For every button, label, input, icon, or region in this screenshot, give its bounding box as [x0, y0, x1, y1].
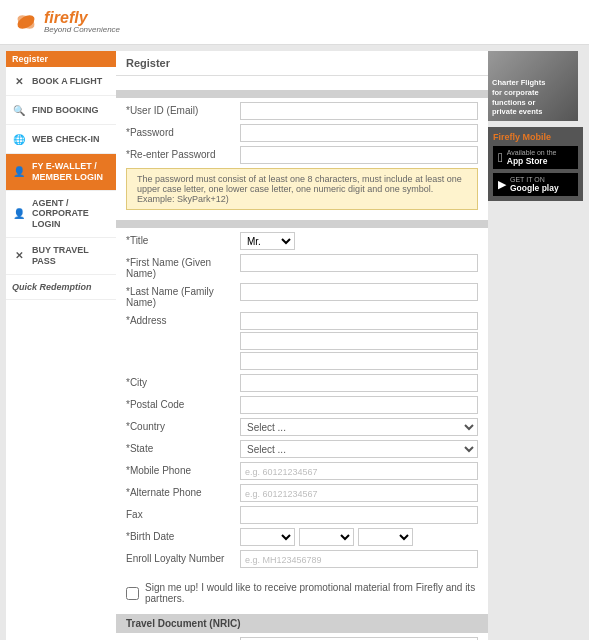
- alt-phone-row: *Alternate Phone: [126, 484, 478, 502]
- postal-code-row: *Postal Code: [126, 396, 478, 414]
- sidebar-item-web-checkin[interactable]: 🌐 WEB CHECK-IN: [6, 125, 116, 154]
- city-input[interactable]: [240, 374, 478, 392]
- title-label: *Title: [126, 232, 236, 246]
- search-icon: 🔍: [12, 103, 26, 117]
- password-hint: The password must consist of at least on…: [126, 168, 478, 210]
- address-line3-input[interactable]: [240, 352, 478, 370]
- address-block: [240, 312, 478, 370]
- fax-input[interactable]: [240, 506, 478, 524]
- apple-icon: : [498, 150, 503, 165]
- google-top-text: GET IT ON: [510, 176, 559, 183]
- alt-phone-label: *Alternate Phone: [126, 484, 236, 498]
- last-name-label: *Last Name (Family Name): [126, 283, 236, 308]
- state-select[interactable]: Select ...: [240, 440, 478, 458]
- dob-year-select[interactable]: [358, 528, 413, 546]
- title-row: *Title Mr. Mrs. Ms. Dr.: [126, 232, 478, 250]
- fax-row: Fax: [126, 506, 478, 524]
- dob-row: *Birth Date: [126, 528, 478, 546]
- mobile-title: Firefly Mobile: [493, 132, 578, 142]
- promo-checkbox[interactable]: [126, 587, 139, 600]
- logo-beyond-text: Beyond Convenience: [44, 26, 120, 34]
- login-section-header: [116, 90, 488, 98]
- user-id-input[interactable]: [240, 102, 478, 120]
- address-row: *Address: [126, 312, 478, 370]
- promo-label: Sign me up! I would like to receive prom…: [145, 582, 478, 604]
- wallet-icon: 👤: [12, 165, 26, 179]
- state-row: *State Select ...: [126, 440, 478, 458]
- mobile-section: Firefly Mobile  Available on the App St…: [488, 127, 583, 201]
- app-store-top-text: Available on the: [507, 149, 557, 156]
- app-store-main-text: App Store: [507, 156, 557, 166]
- app-store-button[interactable]:  Available on the App Store: [493, 146, 578, 169]
- first-name-input[interactable]: [240, 254, 478, 272]
- last-name-input[interactable]: [240, 283, 478, 301]
- re-enter-password-row: *Re-enter Password: [126, 146, 478, 164]
- main-content: Register *User ID (Email) *Password *Re-…: [116, 51, 488, 640]
- address-label: *Address: [126, 312, 236, 326]
- nric-form-area: Issuing Country Select ... Document Numb…: [116, 633, 488, 640]
- first-name-label: *First Name (Given Name): [126, 254, 236, 279]
- sidebar-item-find-booking[interactable]: 🔍 FIND BOOKING: [6, 96, 116, 125]
- dob-label: *Birth Date: [126, 528, 236, 542]
- google-play-button[interactable]: ▶ GET IT ON Google play: [493, 173, 578, 196]
- alt-phone-input[interactable]: [240, 484, 478, 502]
- re-enter-password-label: *Re-enter Password: [126, 146, 236, 160]
- charter-text1: Charter Flights: [492, 78, 574, 88]
- person-icon: 👤: [12, 207, 26, 221]
- user-id-label: *User ID (Email): [126, 102, 236, 116]
- personal-section-header: [116, 220, 488, 228]
- right-panel: Charter Flights for corporate functions …: [488, 51, 583, 640]
- svg-point-2: [22, 18, 29, 25]
- sidebar-title: Register: [6, 51, 116, 67]
- intro-text: [116, 76, 488, 86]
- first-name-row: *First Name (Given Name): [126, 254, 478, 279]
- title-select[interactable]: Mr. Mrs. Ms. Dr.: [240, 232, 295, 250]
- last-name-row: *Last Name (Family Name): [126, 283, 478, 308]
- google-main-text: Google play: [510, 183, 559, 193]
- dob-selects: [240, 528, 413, 546]
- state-label: *State: [126, 440, 236, 454]
- mobile-input[interactable]: [240, 462, 478, 480]
- password-label: *Password: [126, 124, 236, 138]
- sidebar-item-quick-redemption[interactable]: Quick Redemption: [6, 275, 116, 301]
- header: firefly Beyond Convenience: [0, 0, 589, 45]
- address-line1-input[interactable]: [240, 312, 478, 330]
- city-label: *City: [126, 374, 236, 388]
- sidebar: Register ✕ BOOK A FLIGHT 🔍 FIND BOOKING …: [6, 51, 116, 640]
- login-form-area: *User ID (Email) *Password *Re-enter Pas…: [116, 98, 488, 216]
- sidebar-item-fy-ewallet[interactable]: 👤 FY e-Wallet / MEMBER LOGIN: [6, 154, 116, 191]
- mobile-label: *Mobile Phone: [126, 462, 236, 476]
- password-row: *Password: [126, 124, 478, 142]
- city-row: *City: [126, 374, 478, 392]
- country-row: *Country Select ...: [126, 418, 478, 436]
- address-line2-input[interactable]: [240, 332, 478, 350]
- sidebar-item-book-flight[interactable]: ✕ BOOK A FLIGHT: [6, 67, 116, 96]
- globe-icon: 🌐: [12, 132, 26, 146]
- password-input[interactable]: [240, 124, 478, 142]
- logo-firefly-text: firefly: [44, 10, 120, 26]
- page-title: Register: [116, 51, 488, 76]
- postal-code-label: *Postal Code: [126, 396, 236, 410]
- close-icon: ✕: [12, 74, 26, 88]
- user-id-row: *User ID (Email): [126, 102, 478, 120]
- dob-day-select[interactable]: [240, 528, 295, 546]
- mobile-row: *Mobile Phone: [126, 462, 478, 480]
- promo-checkbox-row: Sign me up! I would like to receive prom…: [116, 576, 488, 610]
- enroll-input[interactable]: [240, 550, 478, 568]
- nric-section-header: Travel Document (NRIC): [116, 614, 488, 633]
- fax-label: Fax: [126, 506, 236, 520]
- logo: firefly Beyond Convenience: [12, 8, 120, 36]
- sidebar-item-corporate-login[interactable]: 👤 AGENT / CORPORATE LOGIN: [6, 191, 116, 238]
- dob-month-select[interactable]: [299, 528, 354, 546]
- enroll-row: Enroll Loyalty Number: [126, 550, 478, 568]
- country-select[interactable]: Select ...: [240, 418, 478, 436]
- play-icon: ▶: [498, 178, 506, 191]
- re-enter-password-input[interactable]: [240, 146, 478, 164]
- personal-form-area: *Title Mr. Mrs. Ms. Dr. *First Name (Giv…: [116, 228, 488, 576]
- x-icon: ✕: [12, 249, 26, 263]
- postal-code-input[interactable]: [240, 396, 478, 414]
- charter-ad[interactable]: Charter Flights for corporate functions …: [488, 51, 578, 121]
- sidebar-item-buy-travel-pass[interactable]: ✕ BUY TRAVEL PASS: [6, 238, 116, 275]
- enroll-label: Enroll Loyalty Number: [126, 550, 236, 564]
- country-label: *Country: [126, 418, 236, 432]
